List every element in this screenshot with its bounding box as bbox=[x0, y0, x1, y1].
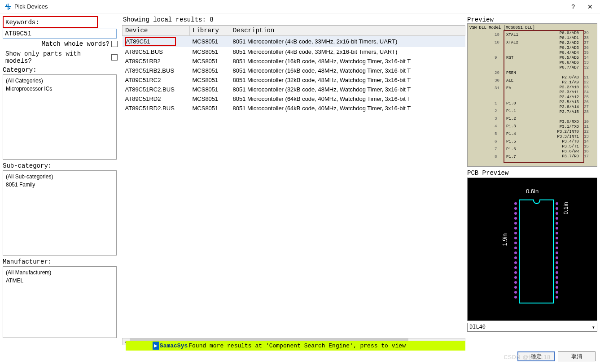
cancel-button[interactable]: 取消 bbox=[558, 351, 596, 361]
table-row[interactable]: AT89C51RB2MCS80518051 Microcontoller (16… bbox=[123, 56, 465, 66]
table-row[interactable]: AT89C51RC2.BUSMCS80518051 Microcontoller… bbox=[123, 85, 465, 94]
close-button[interactable]: ✕ bbox=[585, 3, 596, 10]
list-item[interactable]: Microprocessor ICs bbox=[6, 85, 114, 93]
window-title: Pick Devices bbox=[14, 3, 569, 10]
preview-label: Preview bbox=[467, 16, 597, 23]
results-panel: Showing local results: 8 Device Library … bbox=[122, 13, 465, 345]
subcategory-listbox[interactable]: (All Sub-categories)8051 Family bbox=[3, 170, 117, 256]
list-item[interactable]: 8051 Family bbox=[6, 181, 114, 189]
schematic-preview: VSM DLL Model [MCS8051.DLL] 19XTAL118XTA… bbox=[467, 23, 597, 167]
app-icon bbox=[4, 3, 12, 10]
col-device[interactable]: Device bbox=[123, 26, 190, 36]
samacsys-logo-icon: ▶ bbox=[153, 342, 159, 350]
only-models-checkbox[interactable] bbox=[111, 54, 118, 61]
svg-rect-2 bbox=[6, 4, 7, 6]
package-combo[interactable]: DIL40 ▾ bbox=[467, 323, 597, 332]
table-row[interactable]: AT89C51RC2MCS80518051 Microcontoller (32… bbox=[123, 75, 465, 85]
table-row[interactable]: AT89C51RB2.BUSMCS80518051 Microcontoller… bbox=[123, 66, 465, 75]
samacsys-name: SamacSys bbox=[160, 342, 188, 349]
pcb-preview-label: PCB Preview bbox=[467, 169, 597, 177]
list-item[interactable]: (All Categories) bbox=[6, 77, 114, 85]
category-label: Category: bbox=[3, 66, 120, 74]
chevron-down-icon: ▾ bbox=[592, 324, 595, 331]
category-listbox[interactable]: (All Categories)Microprocessor ICs bbox=[3, 74, 117, 160]
results-count: Showing local results: 8 bbox=[122, 16, 465, 25]
manufacturer-listbox[interactable]: (All Manufacturers)ATMEL bbox=[3, 266, 117, 338]
left-panel: Keywords: Match whole words? Show only p… bbox=[0, 13, 122, 345]
dim-height: 1.9in bbox=[501, 233, 508, 246]
keywords-label: Keywords: bbox=[5, 19, 95, 26]
results-table: Device Library Description AT89C51MCS805… bbox=[122, 25, 465, 113]
table-row[interactable]: AT89C51RD2.BUSMCS80518051 Microcontoller… bbox=[123, 104, 465, 113]
svg-rect-3 bbox=[9, 8, 10, 9]
only-models-label: Show only parts with models? bbox=[5, 50, 109, 65]
col-description[interactable]: Description bbox=[230, 26, 465, 36]
dim-pitch: 0.1in bbox=[562, 202, 569, 214]
match-whole-label: Match whole words? bbox=[42, 40, 109, 48]
help-button[interactable]: ? bbox=[569, 3, 578, 10]
manufacturer-label: Manufacturer: bbox=[3, 258, 120, 265]
col-library[interactable]: Library bbox=[190, 26, 230, 36]
pcb-outline bbox=[519, 199, 554, 303]
samacsys-message: Found more results at 'Component Search … bbox=[188, 342, 406, 349]
package-value: DIL40 bbox=[469, 324, 486, 330]
svg-rect-1 bbox=[8, 4, 9, 10]
pcb-preview: 0.6in 1.9in 0.1in bbox=[467, 178, 597, 321]
subcategory-label: Sub-category: bbox=[3, 162, 120, 169]
vsm-model-text: VSM DLL Model [MCS8051.DLL] bbox=[469, 26, 595, 30]
table-row[interactable]: AT89C51.BUSMCS80518051 Microcontoller (4… bbox=[123, 47, 465, 56]
preview-panel: Preview VSM DLL Model [MCS8051.DLL] 19XT… bbox=[465, 13, 600, 345]
list-item[interactable]: (All Manufacturers) bbox=[6, 269, 114, 277]
table-row[interactable]: AT89C51MCS80518051 Microcontoller (4kB c… bbox=[123, 36, 465, 48]
match-whole-checkbox[interactable] bbox=[111, 41, 118, 47]
watermark: CSDN @快进118 bbox=[504, 354, 551, 361]
dim-width: 0.6in bbox=[526, 188, 539, 195]
table-row[interactable]: AT89C51RD2MCS80518051 Microcontoller (64… bbox=[123, 94, 465, 104]
samacsys-banner[interactable]: ▶ SamacSys Found more results at 'Compon… bbox=[126, 341, 465, 351]
keywords-input[interactable] bbox=[3, 29, 117, 39]
list-item[interactable]: ATMEL bbox=[6, 277, 114, 285]
list-item[interactable]: (All Sub-categories) bbox=[6, 173, 114, 181]
titlebar: Pick Devices ? ✕ bbox=[0, 0, 600, 13]
